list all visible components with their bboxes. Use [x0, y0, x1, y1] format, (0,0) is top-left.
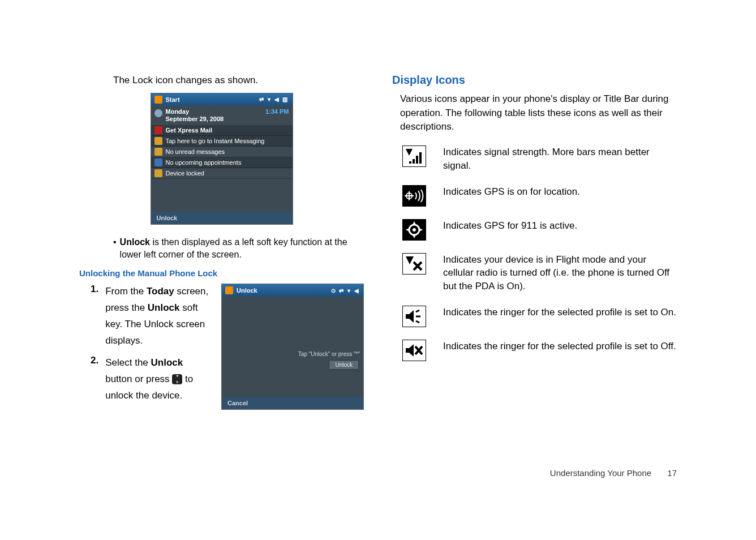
ringer-off-desc: Indicates the ringer for the selected pr…	[443, 340, 676, 353]
icon-row-ringer-on: Indicates the ringer for the selected pr…	[392, 306, 677, 327]
ringer-on-icon	[402, 306, 426, 327]
today-screen-screenshot: Start ⇄ ▾ ◀ ▥ Monday September 29, 2008 …	[151, 93, 293, 225]
unlock-bold: Unlock	[120, 237, 150, 247]
im-icon	[154, 137, 162, 145]
s1-status-icons: ⇄ ▾ ◀ ▥	[259, 96, 289, 102]
s1-start-label: Start	[166, 96, 180, 103]
lock-icon	[154, 169, 162, 177]
s1-im-label: Tap here to go to Instant Messaging	[166, 138, 265, 144]
unlock-rest: is then displayed as a left soft key fun…	[120, 237, 347, 259]
svg-line-19	[416, 310, 419, 312]
unlock-bullet: • Unlock is then displayed as a left sof…	[113, 236, 364, 260]
svg-line-21	[416, 321, 419, 323]
svg-marker-0	[406, 149, 413, 156]
step2-b1: Unlock	[151, 357, 183, 368]
footer-page-number: 17	[667, 468, 677, 478]
s1-date-row: Monday September 29, 2008 1:34 PM	[151, 106, 293, 125]
svg-marker-11	[413, 221, 416, 225]
s1-date: September 29, 2008	[166, 115, 224, 123]
s2-unlock-button: Unlock	[329, 360, 359, 370]
bullet-dot: •	[113, 236, 117, 260]
step1-b1: Today	[147, 286, 174, 297]
icon-row-ringer-off: Indicates the ringer for the selected pr…	[392, 340, 677, 361]
s2-bottom-bar: Cancel	[222, 397, 363, 409]
s1-appt-row: No upcoming appointments	[151, 157, 293, 168]
s1-title-bar: Start ⇄ ▾ ◀ ▥	[151, 93, 293, 106]
s2-title-bar: Unlock ⊙ ⇄ ▾ ◀	[222, 284, 363, 297]
star-key-icon	[172, 374, 182, 384]
s1-time: 1:34 PM	[265, 108, 289, 123]
gps-911-icon	[402, 219, 426, 241]
flight-mode-desc: Indicates your device is in Flight mode …	[443, 253, 677, 293]
s2-status-icons: ⊙ ⇄ ▾ ◀	[331, 288, 360, 294]
mail-icon	[154, 148, 162, 156]
step-2: 2. Select the Unlock button or press to …	[91, 355, 210, 404]
s2-cancel-softkey: Cancel	[227, 400, 248, 406]
svg-marker-12	[413, 235, 416, 238]
icon-row-flight-mode: Indicates your device is in Flight mode …	[392, 253, 677, 293]
step2-num: 2.	[91, 355, 98, 404]
s1-unread-row: No unread messages	[151, 147, 293, 157]
step2-mid: button or press	[105, 374, 172, 384]
step-1: 1. From the Today screen, press the Unlo…	[91, 284, 210, 349]
s1-unread-label: No unread messages	[166, 148, 225, 155]
s1-unlock-softkey: Unlock	[157, 215, 178, 221]
s1-bottom-bar: Unlock	[151, 212, 293, 224]
step1-num: 1.	[91, 284, 98, 349]
s1-day: Monday	[166, 108, 224, 115]
display-icons-title: Display Icons	[392, 74, 677, 87]
unlocking-section-title: Unlocking the Manual Phone Lock	[79, 268, 364, 278]
windows-flag-icon	[154, 96, 162, 104]
svg-rect-2	[413, 159, 415, 164]
step2-pre: Select the	[105, 357, 151, 368]
s1-locked-row: Device locked	[151, 168, 293, 179]
lock-icon-intro: The Lock icon changes as shown.	[113, 74, 364, 87]
step1-b2: Unlock	[148, 302, 180, 313]
unlock-screen-screenshot: Unlock ⊙ ⇄ ▾ ◀ Tap "Unlock" or press "*"…	[221, 284, 364, 409]
s1-xpress-label: Get Xpress Mail	[166, 127, 213, 134]
icon-row-gps-911: Indicates GPS for 911 is active.	[392, 219, 677, 241]
svg-marker-13	[406, 228, 409, 232]
footer-section: Understanding Your Phone	[550, 468, 651, 478]
signal-strength-icon	[402, 145, 426, 167]
svg-marker-14	[419, 228, 423, 232]
s2-hint-text: Tap "Unlock" or press "*"	[298, 351, 360, 357]
svg-rect-1	[409, 161, 411, 164]
s1-im-row: Tap here to go to Instant Messaging	[151, 136, 293, 147]
page-footer: Understanding Your Phone 17	[550, 468, 677, 478]
s1-xpress-row: Get Xpress Mail	[151, 125, 293, 136]
ringer-on-desc: Indicates the ringer for the selected pr…	[443, 306, 676, 319]
s2-body: Tap "Unlock" or press "*" Unlock	[222, 297, 363, 396]
ringer-off-icon	[402, 340, 426, 361]
clock-icon	[154, 109, 162, 117]
icon-row-gps-on: Indicates GPS is on for location.	[392, 185, 677, 207]
gps-911-desc: Indicates GPS for 911 is active.	[443, 219, 577, 233]
s1-locked-label: Device locked	[166, 170, 204, 177]
gps-on-desc: Indicates GPS is on for location.	[443, 185, 580, 199]
calendar-icon	[154, 158, 162, 166]
s1-empty-area	[151, 179, 293, 212]
s1-appt-label: No upcoming appointments	[166, 159, 242, 166]
windows-flag-icon-2	[225, 286, 233, 294]
icon-row-signal: Indicates signal strength. More bars mea…	[392, 145, 677, 173]
xpress-mail-icon	[154, 126, 162, 134]
svg-marker-22	[406, 344, 414, 357]
svg-point-10	[413, 228, 416, 232]
svg-rect-3	[416, 156, 418, 164]
flight-mode-icon	[402, 253, 426, 275]
signal-desc: Indicates signal strength. More bars mea…	[443, 145, 677, 173]
step1-pre: From the	[105, 286, 147, 297]
display-icons-intro: Various icons appear in your phone's dis…	[392, 92, 677, 134]
gps-on-icon	[402, 185, 426, 207]
svg-marker-15	[406, 256, 414, 264]
s2-title-label: Unlock	[237, 287, 257, 294]
svg-marker-18	[406, 310, 414, 323]
svg-rect-4	[419, 152, 422, 164]
